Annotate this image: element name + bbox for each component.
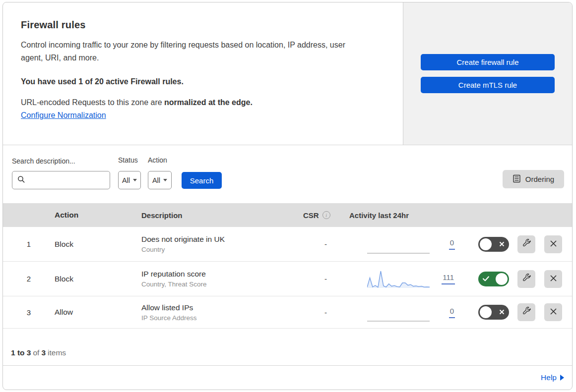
rule-activity-cell: 0 [345, 234, 464, 255]
column-csr-label: CSR [303, 211, 319, 220]
search-icon [17, 175, 25, 185]
toggle-knob [480, 306, 492, 318]
rule-fields: Country [141, 246, 292, 253]
configure-normalization-link[interactable]: Configure Normalization [21, 111, 106, 120]
header-section: Firewall rules Control incoming traffic … [3, 2, 572, 145]
help-link-label: Help [541, 373, 557, 382]
action-filter-label: Action [148, 156, 167, 164]
pagination-of: of [33, 348, 39, 357]
status-filter-value: All [122, 176, 130, 184]
column-csr: CSR i [292, 211, 345, 220]
normalization-note: URL-encoded Requests to this zone are no… [21, 98, 400, 107]
wrench-icon [522, 274, 531, 284]
header-text-block: Firewall rules Control incoming traffic … [3, 2, 400, 120]
rule-priority: 2 [3, 275, 55, 283]
delete-rule-button[interactable] [544, 303, 562, 321]
column-activity: Activity last 24hr [345, 211, 464, 220]
rule-fields: IP Source Address [141, 314, 292, 322]
pagination-items: items [48, 348, 66, 357]
search-button[interactable]: Search [182, 172, 222, 189]
close-icon [550, 240, 557, 249]
ordering-button[interactable]: Ordering [503, 170, 564, 188]
info-icon[interactable]: i [322, 211, 330, 219]
chevron-down-icon [163, 179, 167, 181]
rule-toggle-cell [464, 272, 515, 286]
rule-description: IP reputation score [141, 270, 292, 279]
action-filter-value: All [152, 176, 160, 184]
arrow-right-icon [560, 375, 564, 381]
x-icon [499, 308, 505, 317]
ordering-button-label: Ordering [525, 175, 554, 183]
firewall-rules-card: Firewall rules Control incoming traffic … [2, 2, 573, 390]
pagination-summary: 1 to 3 of 3 items [3, 329, 572, 366]
table-row: 3 Allow Allow listed IPs IP Source Addre… [3, 296, 572, 329]
rule-enabled-toggle[interactable] [478, 305, 509, 320]
page-title: Firewall rules [21, 19, 400, 31]
activity-sparkline [367, 234, 430, 255]
help-bar: Help [3, 366, 572, 389]
actions-panel: Create firewall rule Create mTLS rule [403, 2, 572, 145]
status-filter-label: Status [118, 156, 138, 164]
close-icon [550, 275, 557, 283]
rules-table-body: 1 Block Does not originate in UK Country… [3, 227, 572, 329]
rule-csr: - [292, 275, 345, 283]
rule-enabled-toggle[interactable] [478, 272, 509, 286]
activity-count-link[interactable]: 111 [442, 273, 455, 284]
wrench-icon [522, 239, 531, 250]
edit-rule-button[interactable] [517, 270, 535, 288]
page-description: Control incoming traffic to your zone by… [21, 39, 358, 64]
activity-sparkline [367, 269, 430, 289]
help-link[interactable]: Help [541, 373, 564, 382]
usage-summary: You have used 1 of 20 active Firewall ru… [21, 77, 400, 86]
activity-count-link[interactable]: 0 [449, 307, 455, 318]
rule-action: Block [55, 275, 141, 283]
normalization-bold-text: normalized at the edge. [164, 98, 253, 107]
rule-activity-cell: 111 [345, 269, 464, 289]
rule-description: Does not originate in UK [141, 235, 292, 244]
check-icon [483, 275, 489, 283]
rule-description-cell: IP reputation score Country, Threat Scor… [141, 270, 292, 288]
rule-activity-cell: 0 [345, 302, 464, 323]
search-input-container [12, 171, 110, 189]
rule-description-cell: Allow listed IPs IP Source Address [141, 303, 292, 322]
rule-action: Allow [55, 308, 141, 317]
close-icon [550, 308, 557, 317]
rule-description-cell: Does not originate in UK Country [141, 235, 292, 253]
create-mtls-rule-button[interactable]: Create mTLS rule [421, 77, 555, 93]
rule-description: Allow listed IPs [141, 303, 292, 312]
edit-rule-button[interactable] [517, 303, 535, 321]
x-icon [499, 240, 505, 249]
ordering-list-icon [512, 174, 521, 184]
rule-enabled-toggle[interactable] [478, 237, 509, 252]
search-input[interactable] [29, 176, 104, 184]
activity-count-link[interactable]: 0 [449, 238, 455, 250]
pagination-range: 1 to 3 [11, 348, 31, 357]
delete-rule-button[interactable] [544, 270, 562, 288]
rule-toggle-cell [464, 305, 515, 320]
rule-action: Block [55, 240, 141, 249]
table-row: 2 Block IP reputation score Country, Thr… [3, 262, 572, 296]
rule-toggle-cell [464, 237, 515, 252]
column-action: Action [55, 211, 141, 220]
rule-fields: Country, Threat Score [141, 280, 292, 288]
status-filter-select[interactable]: All [118, 171, 141, 189]
rule-csr: - [292, 308, 345, 317]
edit-rule-button[interactable] [517, 235, 535, 253]
action-filter-select[interactable]: All [148, 171, 172, 189]
table-header: Action Description CSR i Activity last 2… [3, 203, 572, 227]
toggle-knob [480, 238, 492, 250]
toggle-knob [496, 273, 508, 285]
filter-bar: Search description... Status All Action … [3, 145, 572, 203]
pagination-total: 3 [41, 348, 46, 357]
wrench-icon [522, 307, 531, 318]
search-description-label: Search description... [12, 157, 75, 165]
delete-rule-button[interactable] [544, 235, 562, 253]
activity-sparkline [367, 302, 430, 323]
rule-csr: - [292, 240, 345, 248]
rule-priority: 3 [3, 308, 55, 317]
rule-priority: 1 [3, 240, 55, 248]
chevron-down-icon [133, 179, 137, 181]
create-firewall-rule-button[interactable]: Create firewall rule [421, 54, 555, 70]
column-description: Description [141, 211, 292, 220]
table-row: 1 Block Does not originate in UK Country… [3, 227, 572, 262]
